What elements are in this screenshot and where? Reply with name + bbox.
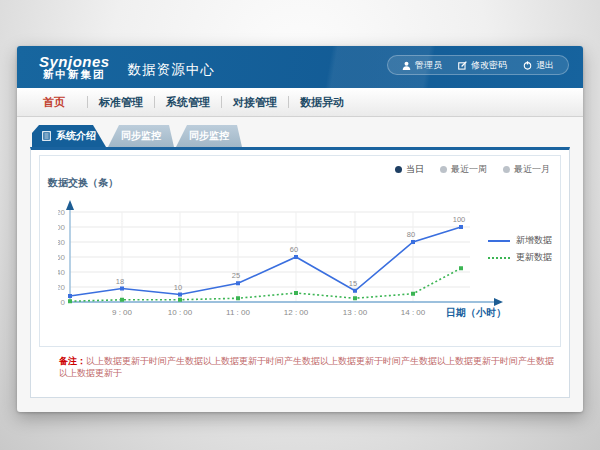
solid-line-swatch-icon <box>488 240 510 242</box>
radio-dot-icon <box>503 166 510 173</box>
dotted-line-swatch-icon <box>488 257 510 259</box>
radio-today[interactable]: 当日 <box>395 163 424 176</box>
nav-item-standard-management[interactable]: 标准管理 <box>88 95 154 110</box>
svg-text:10: 10 <box>174 283 182 292</box>
tab-sync-monitor-2[interactable]: 同步监控 <box>176 125 242 147</box>
legend-item-update-data: 更新数据 <box>488 249 552 266</box>
current-user-button[interactable]: 管理员 <box>402 59 442 72</box>
user-icon <box>402 61 411 70</box>
current-user-label: 管理员 <box>415 59 442 72</box>
radio-label: 当日 <box>406 163 424 176</box>
nav-item-data-change[interactable]: 数据异动 <box>289 95 355 110</box>
tab-label: 同步监控 <box>121 129 161 143</box>
logout-label: 退出 <box>536 59 554 72</box>
header: Synjones 新中新集团 数据资源中心 管理员 修改密码 <box>17 46 583 88</box>
svg-text:100: 100 <box>58 223 66 232</box>
svg-text:60: 60 <box>290 245 298 254</box>
svg-text:10 : 00: 10 : 00 <box>168 308 193 317</box>
brand-logo: Synjones 新中新集团 <box>39 54 110 81</box>
svg-text:9 : 00: 9 : 00 <box>112 308 133 317</box>
chart-container: 当日 最近一周 最近一月 数据交换（条） 0204060801001209 : … <box>39 155 561 347</box>
tab-system-intro[interactable]: 系统介绍 <box>32 125 106 147</box>
tab-bar: 系统介绍 同步监控 同步监控 <box>32 125 242 147</box>
legend-label: 新增数据 <box>516 234 552 247</box>
brand-logo-chinese: 新中新集团 <box>39 69 110 80</box>
tab-label: 系统介绍 <box>56 129 96 143</box>
svg-text:日期（小时）: 日期（小时） <box>446 307 506 318</box>
radio-label: 最近一月 <box>514 163 550 176</box>
page-title: 数据资源中心 <box>128 55 215 79</box>
nav-item-interface-management[interactable]: 对接管理 <box>222 95 288 110</box>
power-icon <box>523 61 532 70</box>
svg-text:100: 100 <box>453 215 466 224</box>
edit-icon <box>458 61 467 70</box>
document-icon <box>42 131 51 141</box>
main-nav: 首页 标准管理 系统管理 对接管理 数据异动 <box>17 88 583 117</box>
nav-item-home[interactable]: 首页 <box>21 95 87 110</box>
svg-text:80: 80 <box>58 238 66 247</box>
radio-label: 最近一周 <box>451 163 487 176</box>
svg-text:40: 40 <box>58 268 66 277</box>
radio-dot-icon <box>440 166 447 173</box>
user-menu: 管理员 修改密码 退出 <box>387 55 569 75</box>
tab-sync-monitor-1[interactable]: 同步监控 <box>108 125 174 147</box>
svg-text:11 : 00: 11 : 00 <box>226 308 250 317</box>
app-window: Synjones 新中新集团 数据资源中心 管理员 修改密码 <box>17 46 583 412</box>
footnote-label: 备注： <box>59 356 86 366</box>
svg-text:20: 20 <box>58 283 66 292</box>
svg-text:80: 80 <box>407 230 415 239</box>
legend-label: 更新数据 <box>516 251 552 264</box>
tab-label: 同步监控 <box>189 129 229 143</box>
radio-last-week[interactable]: 最近一周 <box>440 163 487 176</box>
svg-text:25: 25 <box>232 271 240 280</box>
footnote: 备注：以上数据更新于时间产生数据以上数据更新于时间产生数据以上数据更新于时间产生… <box>59 356 557 379</box>
series-legend: 新增数据 更新数据 <box>488 232 552 266</box>
svg-text:15: 15 <box>349 279 357 288</box>
svg-text:13 : 00: 13 : 00 <box>343 308 368 317</box>
radio-last-month[interactable]: 最近一月 <box>503 163 550 176</box>
change-password-label: 修改密码 <box>471 59 507 72</box>
svg-text:14 : 00: 14 : 00 <box>401 308 426 317</box>
chart-svg: 0204060801001209 : 0010 : 0011 : 0012 : … <box>58 194 510 324</box>
change-password-button[interactable]: 修改密码 <box>458 59 507 72</box>
radio-dot-icon <box>395 166 402 173</box>
svg-text:120: 120 <box>58 208 66 217</box>
y-axis-title: 数据交换（条） <box>48 176 118 190</box>
svg-text:12 : 00: 12 : 00 <box>284 308 309 317</box>
time-range-radios: 当日 最近一周 最近一月 <box>395 163 550 176</box>
nav-item-system-management[interactable]: 系统管理 <box>155 95 221 110</box>
content-panel: 当日 最近一周 最近一月 数据交换（条） 0204060801001209 : … <box>30 147 570 398</box>
svg-text:60: 60 <box>58 253 66 262</box>
logout-button[interactable]: 退出 <box>523 59 554 72</box>
legend-item-new-data: 新增数据 <box>488 232 552 249</box>
svg-text:0: 0 <box>61 298 66 307</box>
brand-logo-latin: Synjones <box>39 54 110 70</box>
svg-text:18: 18 <box>116 277 124 286</box>
footnote-text: 以上数据更新于时间产生数据以上数据更新于时间产生数据以上数据更新于时间产生数据以… <box>59 356 554 378</box>
